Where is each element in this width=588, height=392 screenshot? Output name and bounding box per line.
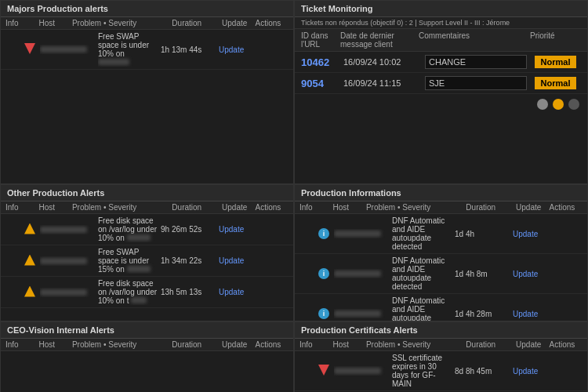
info-icon: i bbox=[318, 268, 329, 279]
majors-panel: Majors Production alerts Info Host Probl… bbox=[0, 0, 294, 184]
pagination-dot-3[interactable] bbox=[568, 99, 579, 110]
severity-icon: i bbox=[317, 228, 331, 239]
duration-cell: 1h 13m 44s bbox=[161, 45, 216, 54]
col-problem: Problem • Severity bbox=[366, 203, 466, 212]
col-update: Update bbox=[222, 203, 255, 212]
duration-cell: 1d 4h 8m bbox=[455, 270, 510, 278]
ticket-priority-2: Normal bbox=[530, 77, 581, 89]
update-cell: Update bbox=[513, 310, 548, 318]
host-cell bbox=[334, 229, 389, 238]
col-problem: Problem • Severity bbox=[72, 340, 172, 349]
ticket-comment-1[interactable] bbox=[425, 55, 527, 69]
update-link[interactable]: Update bbox=[513, 230, 538, 238]
info-icon: i bbox=[318, 228, 329, 239]
update-link[interactable]: Update bbox=[513, 367, 538, 376]
update-cell: Update bbox=[219, 288, 254, 296]
ticket-id-1[interactable]: 10462 bbox=[301, 56, 340, 68]
host-cell bbox=[334, 309, 389, 318]
problem-cell: DNF Automatic and AIDE autoupdate detect… bbox=[392, 216, 452, 251]
ceo-panel: CEO-Vision Internal Alerts Info Host Pro… bbox=[0, 321, 294, 392]
update-cell: Update bbox=[219, 256, 254, 265]
update-cell: Update bbox=[513, 230, 548, 238]
ticket-row-1: 10462 16/09/24 10:02 Normal bbox=[295, 52, 587, 73]
col-duration: Duration bbox=[172, 19, 222, 27]
ticket-col-header: ID dans l'URL Date de dernier message cl… bbox=[295, 29, 587, 52]
ticket-panel: Ticket Monitoring Tickets non répondus (… bbox=[294, 0, 588, 184]
col-info: Info bbox=[5, 203, 38, 212]
col-duration: Duration bbox=[466, 203, 516, 212]
problem-cell: DNF Automatic and AIDE autoupdate detect… bbox=[392, 256, 452, 291]
host-cell bbox=[334, 269, 389, 278]
col-update: Update bbox=[516, 203, 549, 212]
col-problem: Problem • Severity bbox=[72, 19, 172, 27]
warning-icon bbox=[24, 223, 35, 234]
host-cell bbox=[40, 256, 95, 266]
update-link[interactable]: Update bbox=[219, 225, 244, 234]
ceo-title: CEO-Vision Internal Alerts bbox=[1, 322, 293, 339]
duration-cell: 8d 8h 45m bbox=[455, 367, 510, 376]
col-host: Host bbox=[38, 203, 71, 212]
priority-badge-2: Normal bbox=[535, 77, 577, 89]
problem-cell: Free disk space on /var/log under 10% on bbox=[98, 216, 158, 242]
ticket-comment-input-2[interactable] bbox=[425, 76, 527, 90]
col-update: Update bbox=[222, 19, 255, 27]
col-duration: Duration bbox=[172, 203, 222, 212]
pagination-dot-2[interactable] bbox=[553, 99, 564, 110]
col-info: Info bbox=[299, 203, 332, 212]
ticket-id-2[interactable]: 9054 bbox=[301, 78, 340, 89]
col-update: Update bbox=[222, 340, 255, 349]
cert-col-header: Info Host Problem • Severity Duration Up… bbox=[295, 339, 587, 351]
col-duration: Duration bbox=[466, 340, 516, 349]
ticket-date-2: 16/09/24 11:15 bbox=[343, 78, 422, 88]
host-cell bbox=[334, 366, 389, 376]
th-date: Date de dernier message client bbox=[340, 31, 419, 49]
col-info: Info bbox=[5, 340, 38, 349]
update-cell: Update bbox=[513, 367, 548, 376]
ticket-row-2: 9054 16/09/24 11:15 Normal bbox=[295, 73, 587, 94]
update-link[interactable]: Update bbox=[219, 288, 244, 296]
duration-cell: 1d 4h 28m bbox=[455, 310, 510, 318]
severity-icon bbox=[23, 255, 37, 267]
duration-cell: 13h 5m 13s bbox=[161, 288, 216, 296]
severity-icon bbox=[23, 223, 37, 236]
col-host: Host bbox=[38, 340, 71, 349]
other-title: Other Production Alerts bbox=[1, 185, 293, 201]
problem-cell: Free disk space on /var/log under 10% on… bbox=[98, 279, 158, 305]
col-host: Host bbox=[332, 340, 365, 349]
col-host: Host bbox=[332, 203, 365, 212]
info-icon: i bbox=[318, 308, 329, 319]
col-update: Update bbox=[516, 340, 549, 349]
update-link[interactable]: Update bbox=[513, 270, 538, 278]
update-cell: Update bbox=[219, 45, 254, 54]
severity-icon bbox=[23, 286, 37, 299]
pagination bbox=[295, 94, 587, 114]
col-actions: Actions bbox=[256, 340, 289, 349]
pagination-dot-1[interactable] bbox=[537, 99, 548, 110]
severity-icon bbox=[23, 43, 37, 56]
ticket-priority-1: Normal bbox=[530, 56, 581, 68]
th-id: ID dans l'URL bbox=[301, 31, 340, 49]
col-actions: Actions bbox=[256, 203, 289, 212]
duration-cell: 1d 4h bbox=[455, 230, 510, 238]
update-link[interactable]: Update bbox=[219, 256, 244, 265]
down-icon bbox=[24, 43, 35, 54]
update-link[interactable]: Update bbox=[513, 310, 538, 318]
ticket-date-1: 16/09/24 10:02 bbox=[343, 57, 422, 67]
cert-title: Production Certificats Alerts bbox=[295, 322, 587, 339]
table-row: Free SWAP space is under 15% on 1h 34m 2… bbox=[1, 245, 293, 277]
ticket-subtitle: Tickets non répondus (objectif 0) : 2 | … bbox=[295, 17, 587, 29]
ticket-comment-2[interactable] bbox=[425, 76, 527, 90]
col-host: Host bbox=[38, 19, 71, 27]
table-row: Free disk space on /var/log under 10% on… bbox=[1, 277, 293, 308]
ssl-icon bbox=[318, 365, 329, 376]
problem-cell: SSL certificate expires in 30 days for G… bbox=[392, 354, 452, 388]
host-cell bbox=[40, 45, 95, 54]
col-actions: Actions bbox=[550, 203, 583, 212]
table-row: Free disk space on /var/log under 10% on… bbox=[1, 214, 293, 245]
ticket-comment-input-1[interactable] bbox=[425, 55, 527, 69]
other-panel: Other Production Alerts Info Host Proble… bbox=[0, 184, 294, 321]
col-problem: Problem • Severity bbox=[72, 203, 172, 212]
col-actions: Actions bbox=[550, 340, 583, 349]
problem-cell: DNF Automatic and AIDE autoupdate detect… bbox=[392, 296, 452, 321]
update-link[interactable]: Update bbox=[219, 45, 244, 54]
